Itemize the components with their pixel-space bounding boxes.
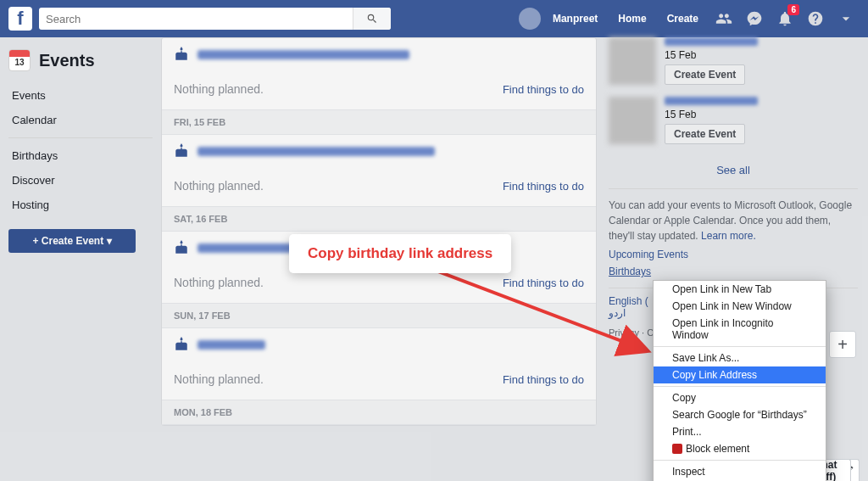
- find-things-link[interactable]: Find things to do: [503, 277, 584, 289]
- left-sidebar: Events Events Calendar Birthdays Discove…: [0, 37, 161, 481]
- facebook-logo[interactable]: f: [8, 7, 32, 31]
- day-header: SAT, 16 FEB: [162, 206, 596, 232]
- ctx-copy[interactable]: Copy: [654, 389, 826, 406]
- sidebar-item-calendar[interactable]: Calendar: [8, 108, 153, 132]
- cake-icon: [174, 143, 189, 159]
- annotation-callout: Copy birthday link address: [289, 234, 511, 273]
- ctx-block-label: Block element: [686, 443, 749, 455]
- calendar-feed: Nothing planned.Find things to doFRI, 15…: [161, 37, 597, 426]
- ctx-open-incognito[interactable]: Open Link in Incognito Window: [654, 315, 826, 344]
- ctx-separator: [654, 460, 826, 461]
- friend-avatar[interactable]: [609, 97, 656, 144]
- chat-dock: Chat (Off): [837, 459, 860, 481]
- day-header: MON, 18 FEB: [162, 400, 596, 425]
- birthday-date: 15 Feb: [665, 49, 758, 61]
- create-event-button[interactable]: Create Event: [665, 64, 745, 85]
- cake-icon: [174, 337, 189, 352]
- birthday-suggestion: 15 FebCreate Event: [609, 97, 858, 144]
- plan-row: Nothing planned.Find things to do: [162, 70, 596, 109]
- day-header: FRI, 15 FEB: [162, 109, 596, 135]
- shield-icon: [672, 444, 682, 454]
- home-link[interactable]: Home: [609, 13, 654, 25]
- ctx-block-element[interactable]: Block element: [654, 440, 826, 457]
- sidebar-item-discover[interactable]: Discover: [8, 168, 153, 193]
- search-button[interactable]: [353, 8, 391, 30]
- friend-name-blurred[interactable]: [665, 97, 758, 105]
- top-nav: f Manpreet Home Create 6: [0, 0, 868, 37]
- search-icon: [366, 13, 378, 25]
- birthday-names-blurred: [198, 243, 295, 253]
- ctx-search-google[interactable]: Search Google for “Birthdays”: [654, 406, 826, 423]
- notifications-icon[interactable]: 6: [776, 9, 794, 28]
- find-things-link[interactable]: Find things to do: [503, 373, 584, 386]
- nothing-planned-text: Nothing planned.: [174, 82, 264, 96]
- ctx-open-window[interactable]: Open Link in New Window: [654, 298, 826, 315]
- ctx-copy-link-address[interactable]: Copy Link Address: [654, 366, 826, 383]
- sidebar-item-birthdays[interactable]: Birthdays: [8, 143, 153, 168]
- page-title: Events: [39, 51, 95, 70]
- sidebar-item-events[interactable]: Events: [8, 83, 153, 108]
- plan-row: Nothing planned.Find things to do: [162, 361, 596, 400]
- day-header: SUN, 17 FEB: [162, 303, 596, 328]
- avatar[interactable]: [519, 8, 541, 30]
- birthday-row[interactable]: [162, 135, 596, 167]
- lang-urdu[interactable]: اردو: [609, 307, 626, 319]
- ctx-print[interactable]: Print...: [654, 423, 826, 440]
- nothing-planned-text: Nothing planned.: [174, 372, 264, 386]
- ctx-save-link[interactable]: Save Link As...: [654, 350, 826, 366]
- help-icon[interactable]: [806, 9, 825, 28]
- see-all-link[interactable]: See all: [609, 156, 858, 188]
- birthday-suggestion: 15 FebCreate Event: [609, 37, 858, 85]
- birthday-row[interactable]: [162, 328, 596, 361]
- friend-requests-icon[interactable]: [715, 9, 733, 28]
- account-dropdown-icon[interactable]: [837, 9, 855, 28]
- ctx-separator: [654, 386, 826, 387]
- profile-link[interactable]: Manpreet: [544, 13, 606, 25]
- cake-icon: [174, 47, 189, 62]
- nothing-planned-text: Nothing planned.: [174, 179, 264, 193]
- topbar-right: Manpreet Home Create 6: [519, 8, 860, 30]
- sidebar-item-hosting[interactable]: Hosting: [8, 193, 153, 217]
- plan-row: Nothing planned.Find things to do: [162, 167, 596, 206]
- search-input[interactable]: [39, 8, 391, 30]
- context-menu: Open Link in New Tab Open Link in New Wi…: [653, 280, 826, 481]
- ctx-separator: [654, 346, 826, 347]
- find-things-link[interactable]: Find things to do: [503, 180, 584, 193]
- birthday-row[interactable]: [162, 38, 596, 70]
- add-language-button[interactable]: +: [829, 331, 856, 358]
- create-link[interactable]: Create: [659, 13, 707, 25]
- birthday-names-blurred: [198, 340, 265, 350]
- create-event-button[interactable]: Create Event: [665, 124, 745, 144]
- messenger-icon[interactable]: [745, 9, 764, 28]
- birthday-names-blurred: [198, 50, 409, 59]
- ctx-inspect[interactable]: Inspect: [654, 463, 826, 480]
- upcoming-events-link[interactable]: Upcoming Events: [609, 247, 858, 262]
- learn-more-link[interactable]: Learn more.: [701, 230, 756, 242]
- lang-english[interactable]: English (: [609, 295, 648, 307]
- friend-name-blurred[interactable]: [665, 37, 758, 46]
- birthday-names-blurred: [198, 147, 435, 156]
- ctx-open-tab[interactable]: Open Link in New Tab: [654, 281, 826, 298]
- friend-avatar[interactable]: [609, 37, 656, 85]
- calendar-icon: [8, 49, 31, 71]
- birthday-date: 15 Feb: [665, 109, 758, 120]
- export-info: You can add your events to Microsoft Out…: [609, 188, 858, 279]
- create-event-button[interactable]: + Create Event ▾: [8, 229, 136, 253]
- find-things-link[interactable]: Find things to do: [503, 83, 584, 96]
- divider: [8, 137, 153, 138]
- notification-badge: 6: [787, 4, 799, 15]
- search-wrap: [39, 8, 391, 30]
- page-title-row: Events: [8, 49, 153, 71]
- cake-icon: [174, 240, 189, 255]
- birthdays-link[interactable]: Birthdays: [609, 264, 651, 279]
- nothing-planned-text: Nothing planned.: [174, 276, 264, 289]
